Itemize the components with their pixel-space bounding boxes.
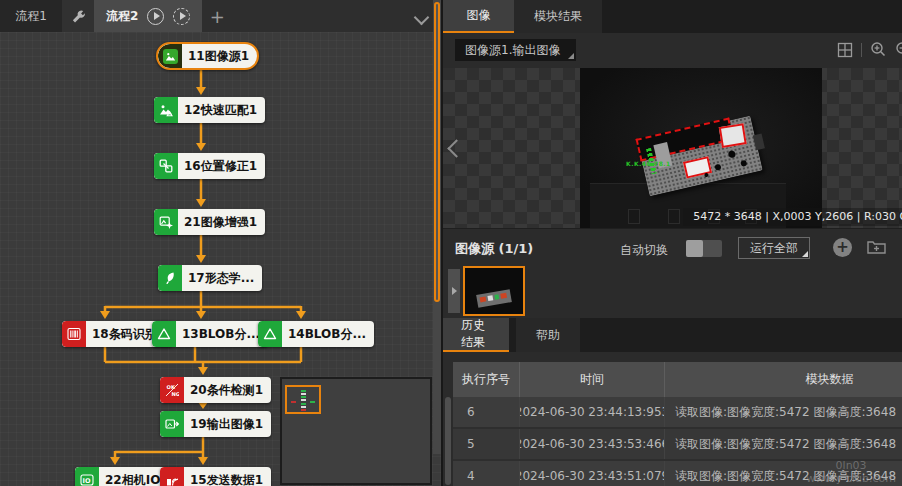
image-source-dropdown-value: 图像源1.输出图像 — [465, 42, 560, 59]
pcb-connector — [753, 134, 765, 151]
pixel-status-readout: 5472 * 3648 | X,0003 Y,2606 | R:030 G — [683, 208, 902, 226]
svg-text:NG: NG — [172, 391, 180, 397]
toolbar-divider — [861, 43, 862, 57]
run-all-label: 运行全部 — [750, 240, 798, 257]
image-source-bar: 图像源 (1/1) 自动切换 运行全部 + — [443, 228, 902, 319]
node-label: 21图像增强1 — [178, 209, 265, 235]
header-module-data: 模块数据 — [665, 362, 902, 397]
node-label: 12快速匹配1 — [178, 97, 265, 123]
cell-time: 2024-06-30 23:44:13:953 — [520, 397, 665, 427]
history-row[interactable]: 6 2024-06-30 23:44:13:953 读取图像:图像宽度:5472… — [453, 397, 902, 429]
blob-icon — [152, 321, 176, 347]
position-fix-icon — [154, 153, 178, 179]
condition-check-icon: OKNG — [160, 377, 184, 403]
multi-view-icon[interactable] — [837, 42, 853, 58]
zoom-out-icon[interactable] — [895, 41, 902, 58]
image-viewer[interactable]: K.K.46.78.1 5472 * 3648 | X,0003 Y,2606 … — [443, 68, 902, 228]
flow-node-output-image[interactable]: 19输出图像1 — [160, 411, 271, 437]
image-enhance-icon — [154, 209, 178, 235]
cell-module-data: 读取图像:图像宽度:5472 图像高度:3648 — [665, 397, 902, 427]
image-source-count-label: 图像源 (1/1) — [455, 240, 533, 258]
cell-exec-index: 5 — [453, 429, 520, 459]
folder-plus-icon[interactable] — [867, 239, 886, 254]
flow-node-fast-match[interactable]: 12快速匹配1 — [154, 97, 265, 123]
svg-text:OK: OK — [167, 384, 176, 390]
tab-flow2-label: 流程2 — [106, 8, 138, 25]
tab-image[interactable]: 图像 — [443, 0, 514, 33]
image-tabbar: 图像 模块结果 — [443, 0, 902, 33]
plus-icon: + — [210, 6, 225, 27]
node-label: 11图像源1 — [182, 44, 257, 68]
camera-io-icon: IO — [75, 467, 99, 486]
play-triangle-icon — [452, 287, 457, 295]
node-label: 17形态学... — [182, 265, 262, 291]
flow-minimap[interactable] — [280, 377, 432, 485]
tab-history-label: 历史结果 — [461, 317, 491, 351]
flow-node-morphology[interactable]: 17形态学... — [158, 265, 262, 291]
auto-switch-toggle[interactable] — [686, 240, 722, 257]
thumbnail-pcb — [476, 289, 512, 308]
tab-flow1-label: 流程1 — [15, 8, 47, 25]
chevron-left-icon[interactable] — [447, 139, 465, 157]
toggle-knob — [686, 240, 703, 257]
flow-node-condition-check[interactable]: OKNG 20条件检测1 — [160, 377, 271, 403]
cell-time: 2024-06-30 23:43:51:079 — [520, 461, 665, 486]
history-row[interactable]: 5 2024-06-30 23:43:53:466 读取图像:图像宽度:5472… — [453, 429, 902, 461]
blob-icon — [258, 321, 282, 347]
run-once-icon[interactable] — [147, 8, 164, 25]
cell-module-data: 读取图像:图像宽度:5472 图像高度:3648 — [665, 461, 902, 486]
image-source-icon — [158, 44, 182, 68]
flow-node-image-enhance[interactable]: 21图像增强1 — [154, 209, 265, 235]
chevron-down-icon[interactable] — [414, 10, 430, 26]
output-image-icon — [160, 411, 184, 437]
tab-flow1[interactable]: 流程1 — [0, 0, 62, 32]
image-source-dropdown[interactable]: 图像源1.输出图像 — [455, 39, 576, 61]
flow-settings-button[interactable] — [62, 0, 94, 32]
thumbnail-expander[interactable] — [448, 269, 460, 313]
add-flow-button[interactable]: + — [202, 0, 232, 32]
header-exec-index: 执行序号 — [453, 362, 520, 397]
barcode-icon — [62, 321, 86, 347]
flow-node-blob-2[interactable]: 14BLOB分... — [258, 321, 374, 347]
minimap-viewport[interactable] — [285, 385, 321, 414]
run-continuous-icon[interactable] — [173, 8, 190, 25]
cell-exec-index: 6 — [453, 397, 520, 427]
node-label: 19输出图像1 — [184, 411, 271, 437]
flow-node-position-fix[interactable]: 16位置修正1 — [154, 153, 265, 179]
flow-node-send-data[interactable]: 15发送数据1 — [160, 467, 271, 486]
tab-image-label: 图像 — [467, 7, 491, 24]
history-row[interactable]: 4 2024-06-30 23:43:51:079 读取图像:图像宽度:5472… — [453, 461, 902, 486]
node-label: 15发送数据1 — [184, 467, 271, 486]
cell-module-data: 读取图像:图像宽度:5472 图像高度:3648 — [665, 429, 902, 459]
tab-module-result[interactable]: 模块结果 — [514, 0, 602, 33]
zoom-in-icon[interactable] — [870, 41, 887, 58]
tab-flow2[interactable]: 流程2 — [94, 0, 202, 32]
header-time: 时间 — [520, 362, 665, 397]
node-label: 13BLOB分... — [176, 321, 268, 347]
flow-node-blob-1[interactable]: 13BLOB分... — [152, 321, 268, 347]
auto-switch-label: 自动切换 — [620, 242, 668, 259]
image-thumbnail-selected[interactable] — [463, 266, 525, 316]
dropdown-corner-icon — [802, 251, 808, 257]
morphology-icon — [158, 265, 182, 291]
plus-circle-icon[interactable]: + — [833, 238, 852, 257]
node-label: 14BLOB分... — [282, 321, 374, 347]
flow-tabbar: 流程1 流程2 + — [0, 0, 441, 32]
flow-vertical-scrollbar[interactable] — [433, 0, 441, 454]
node-label: 20条件检测1 — [184, 377, 271, 403]
history-table-header: 执行序号 时间 模块数据 — [453, 362, 902, 397]
tab-help[interactable]: 帮助 — [516, 318, 580, 352]
flow-canvas[interactable]: 11图像源1 12快速匹配1 16位置修正1 21图像增强1 — [0, 32, 441, 486]
flow-pane: 流程1 流程2 + — [0, 0, 441, 486]
fast-match-icon — [154, 97, 178, 123]
flow-node-image-source[interactable]: 11图像源1 — [156, 42, 259, 70]
tab-history-result[interactable]: 历史结果 — [443, 318, 509, 352]
detected-label-box-2 — [719, 123, 747, 148]
tab-module-result-label: 模块结果 — [534, 8, 582, 25]
run-all-button[interactable]: 运行全部 — [738, 237, 810, 259]
history-table-scrollbar[interactable] — [445, 397, 451, 485]
dropdown-corner-icon — [568, 53, 574, 59]
image-toolbar: 图像源1.输出图像 — [443, 33, 902, 68]
svg-text:IO: IO — [83, 477, 91, 485]
tab-help-label: 帮助 — [536, 327, 560, 344]
